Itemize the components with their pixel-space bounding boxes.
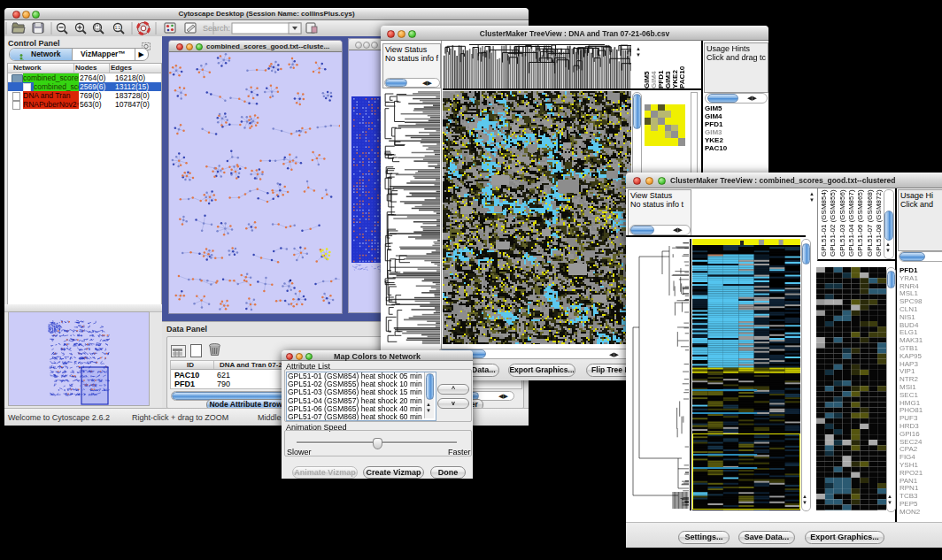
svg-text:1:1: 1:1 [115, 26, 121, 30]
svg-text:Search:: Search: [203, 24, 230, 33]
